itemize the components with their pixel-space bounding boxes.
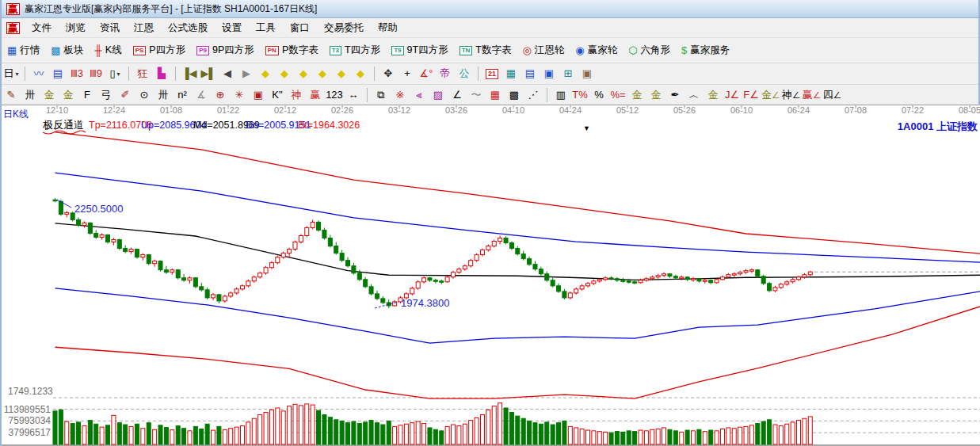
calendar-button[interactable]: 21 xyxy=(483,66,501,82)
p-number-table-button[interactable]: PNP数字表 xyxy=(260,42,324,59)
gann-wheel-button[interactable]: ◎江恩轮 xyxy=(517,42,570,59)
menu-item-5[interactable]: 设置 xyxy=(215,20,249,36)
number-table-tool[interactable]: ▥ xyxy=(552,87,570,103)
sectors-button[interactable]: ▩板块 xyxy=(45,42,89,59)
si-angle-tool[interactable]: 四∠ xyxy=(822,87,841,103)
quotes-button[interactable]: ▦行情 xyxy=(2,42,45,59)
gong-tool[interactable]: 公 xyxy=(456,66,473,82)
parallel-lines-tool[interactable]: ⋰ xyxy=(524,87,542,103)
trend-angle-tool[interactable]: ∠ xyxy=(448,87,466,103)
remote-computer-button[interactable]: ▣ xyxy=(578,66,596,82)
winner-service-button[interactable]: $赢家服务 xyxy=(676,42,735,59)
candle-style-dropdown[interactable]: ▯▾ xyxy=(106,66,124,82)
brush-tool[interactable]: ✎ xyxy=(2,87,20,103)
ying-angle-tool[interactable]: 赢∠ xyxy=(803,87,822,103)
diamond-cross-button[interactable]: ◆ xyxy=(295,66,312,82)
bars-9-tool[interactable]: Ⅲ9 xyxy=(87,66,105,82)
angle-ruler-tool[interactable]: ∡ xyxy=(193,87,210,103)
menu-item-3[interactable]: 江恩 xyxy=(127,20,161,36)
crosshair-tool[interactable]: + xyxy=(398,66,416,82)
ray-box-tool[interactable]: ▨ xyxy=(429,87,447,103)
marker-pen-tool[interactable]: ✐ xyxy=(116,87,134,103)
winner-wheel-button[interactable]: ◉赢家轮 xyxy=(570,42,623,59)
box-measure-tool[interactable]: ⧉ xyxy=(372,87,390,103)
star-circle-tool[interactable]: ✳ xyxy=(231,87,248,103)
time-circle-tool[interactable]: ⊙ xyxy=(135,87,153,103)
indicator-name[interactable]: 极反通道 xyxy=(43,119,84,131)
square-star-tool[interactable]: ▣ xyxy=(250,87,267,103)
grid-123-tool[interactable]: 123 xyxy=(326,87,343,103)
gold-grid-tool[interactable]: 金 xyxy=(40,87,58,103)
info-note-tool[interactable]: ▤ xyxy=(49,66,67,82)
percent-tool[interactable]: % xyxy=(590,87,608,103)
diamond-star-button[interactable]: ◆ xyxy=(314,66,331,82)
first-page-button[interactable]: ▐◀ xyxy=(181,66,198,82)
period-day-dropdown[interactable]: 日▾ xyxy=(2,66,20,82)
angle-ruler-tool-icon: ∡ xyxy=(196,90,206,101)
hexagon-button[interactable]: ⬡六角形 xyxy=(623,42,676,59)
last-page-button[interactable]: ▶▌ xyxy=(200,66,217,82)
n2-tool[interactable]: n² xyxy=(174,87,191,103)
grid-box-tool[interactable]: ▩ xyxy=(505,87,523,103)
diamond-left-button[interactable]: ◆ xyxy=(257,66,274,82)
calculator-button[interactable]: ▦ xyxy=(502,66,520,82)
band-tool[interactable]: ︿ xyxy=(685,87,703,103)
menu-item-8[interactable]: 交易委托 xyxy=(317,20,371,36)
menu-item-6[interactable]: 工具 xyxy=(249,20,283,36)
ying-grid-tool[interactable]: 赢 xyxy=(307,87,324,103)
width-arrows-tool[interactable]: ↔ xyxy=(345,87,362,103)
gold-angle-tool[interactable]: 金∠ xyxy=(761,87,780,103)
menu-item-4[interactable]: 公式选股 xyxy=(161,20,215,36)
9t-square-button[interactable]: T99T四方形 xyxy=(386,42,453,59)
hash-lines-tool[interactable]: 卅 xyxy=(154,87,172,103)
red-grid-tool[interactable]: ▦ xyxy=(486,87,504,103)
wave-tool-icon: 〜 xyxy=(471,90,482,101)
percent-t-tool[interactable]: T% xyxy=(571,87,589,103)
menu-item-2[interactable]: 资讯 xyxy=(93,20,127,36)
spiral-tool[interactable]: 弓 xyxy=(97,87,115,103)
prev-page-button[interactable]: ◀ xyxy=(219,66,236,82)
gann-lines-tool[interactable]: 卅 xyxy=(21,87,39,103)
menu-item-7[interactable]: 窗口 xyxy=(283,20,317,36)
angle-degree-tool[interactable]: ∡° xyxy=(418,66,435,82)
wave-tool[interactable]: 〜 xyxy=(467,87,485,103)
diamond-right-button[interactable]: ◆ xyxy=(276,66,293,82)
ink-brush-tool[interactable]: ✒ xyxy=(666,87,684,103)
di-grid-tool[interactable]: 帝 xyxy=(437,66,454,82)
next-page-button[interactable]: ▶ xyxy=(238,66,255,82)
percent-line-tool[interactable]: %= xyxy=(609,87,627,103)
diamond-up-button[interactable]: ◆ xyxy=(333,66,350,82)
9p-square-button[interactable]: P99P四方形 xyxy=(191,42,260,59)
shen-grid-tool[interactable]: 神 xyxy=(288,87,305,103)
f-grid-tool[interactable]: F xyxy=(78,87,96,103)
kline-chart[interactable]: 12-1012-2401-0801-2202-1202-2603-1203-26… xyxy=(2,105,980,446)
circle-cross-tool[interactable]: ⊕ xyxy=(212,87,229,103)
gann-shapes-tool[interactable]: 〰 xyxy=(30,66,48,82)
t-number-table-button[interactable]: TNT数字表 xyxy=(454,42,517,59)
f-angle-tool[interactable]: F∠ xyxy=(742,87,760,103)
kline-button[interactable]: ╫K线 xyxy=(90,42,128,59)
gold-grid2-tool[interactable]: 金 xyxy=(59,87,77,103)
hand-tool[interactable]: ✥ xyxy=(379,66,397,82)
k-quote-tool[interactable]: K" xyxy=(269,87,286,103)
histogram-tool[interactable]: ▙ xyxy=(153,66,170,82)
kuang-pattern-tool[interactable]: 狂 xyxy=(134,66,151,82)
menu-item-0[interactable]: 文件 xyxy=(25,20,59,36)
diamond-all-button[interactable]: ◆ xyxy=(352,66,369,82)
bars-3-tool[interactable]: Ⅲ3 xyxy=(68,66,86,82)
gold-line-tool[interactable]: 金 xyxy=(704,87,722,103)
gold-circle-tool[interactable]: 金 xyxy=(628,87,646,103)
ray-fan-tool[interactable]: ※ xyxy=(391,87,409,103)
p-square-button[interactable]: PSP四方形 xyxy=(128,42,192,59)
j-angle-tool[interactable]: J∠ xyxy=(723,87,741,103)
gold-bar-tool[interactable]: 金 xyxy=(647,87,665,103)
save-button[interactable]: ▣ xyxy=(540,66,558,82)
network-button[interactable]: ⊞ xyxy=(559,66,577,82)
shen-angle-tool[interactable]: 神∠ xyxy=(782,87,801,103)
candle-body xyxy=(440,281,444,283)
notes-button[interactable]: ▤ xyxy=(521,66,539,82)
ray-fan-purple-tool[interactable]: ⫷ xyxy=(410,87,428,103)
menu-item-1[interactable]: 浏览 xyxy=(59,20,93,36)
menu-item-9[interactable]: 帮助 xyxy=(371,20,405,36)
t-square-button[interactable]: T3T四方形 xyxy=(324,42,386,59)
